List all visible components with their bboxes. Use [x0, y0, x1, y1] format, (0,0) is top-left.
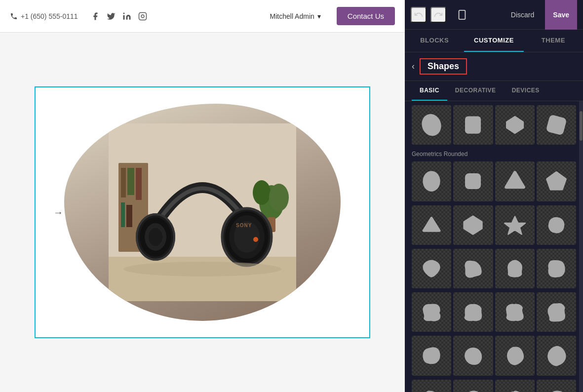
- svg-marker-37: [465, 216, 482, 234]
- instagram-icon[interactable]: [138, 12, 147, 21]
- preview-panel: +1 (650) 555-0111: [0, 0, 405, 392]
- admin-name: Mitchell Admin: [270, 12, 314, 20]
- admin-dropdown[interactable]: Mitchell Admin ▾: [270, 12, 321, 20]
- social-icons: [91, 12, 147, 21]
- svg-rect-6: [121, 168, 126, 197]
- shape-subtabs: BASIC DECORATIVE DEVICES: [405, 81, 583, 101]
- content-area: →: [0, 33, 405, 392]
- section-label: Geometrics Rounded: [405, 147, 583, 159]
- headphones-image: SONY: [36, 87, 369, 337]
- shape-item[interactable]: [453, 205, 493, 245]
- shape-item[interactable]: A: [495, 380, 535, 392]
- svg-rect-33: [545, 114, 567, 135]
- svg-rect-9: [121, 202, 125, 227]
- facebook-icon[interactable]: [91, 12, 100, 21]
- contact-button[interactable]: Contact Us: [337, 7, 395, 25]
- svg-rect-39: [547, 216, 565, 234]
- editor-panel: Discard Save BLOCKS CUSTOMIZE THEME ‹ Sh…: [405, 0, 583, 392]
- shape-item[interactable]: [412, 292, 451, 332]
- svg-rect-1: [139, 12, 146, 20]
- shape-item[interactable]: [537, 205, 576, 245]
- svg-text:SONY: SONY: [236, 223, 252, 228]
- svg-point-18: [149, 228, 162, 246]
- oval-shape: SONY: [64, 104, 341, 321]
- shapes-header: ‹ Shapes: [405, 52, 583, 81]
- svg-point-12: [253, 180, 271, 205]
- svg-rect-8: [136, 168, 142, 200]
- shape-item[interactable]: [495, 105, 535, 145]
- headphones-svg: SONY: [109, 123, 296, 301]
- shape-item[interactable]: [412, 249, 451, 288]
- shape-item[interactable]: [537, 105, 576, 145]
- shape-item[interactable]: [537, 292, 576, 332]
- shape-item[interactable]: [495, 161, 535, 201]
- shape-row-1: [405, 159, 583, 203]
- shape-item[interactable]: [537, 161, 576, 201]
- editor-tabs: BLOCKS CUSTOMIZE THEME: [405, 30, 583, 52]
- redo-button[interactable]: [430, 7, 446, 23]
- svg-point-30: [420, 113, 443, 137]
- shape-item[interactable]: [537, 249, 576, 288]
- shape-item[interactable]: [453, 380, 493, 392]
- shape-item[interactable]: [453, 336, 493, 375]
- svg-point-27: [123, 262, 281, 276]
- tab-theme[interactable]: THEME: [524, 30, 583, 52]
- shapes-title: Shapes: [420, 58, 467, 75]
- shape-row-5: [405, 334, 583, 377]
- tab-blocks[interactable]: BLOCKS: [405, 30, 464, 52]
- shape-item[interactable]: [412, 336, 451, 375]
- subtab-basic[interactable]: BASIC: [412, 81, 447, 101]
- shape-item[interactable]: [453, 249, 493, 288]
- svg-rect-7: [127, 168, 134, 195]
- shape-item[interactable]: [412, 105, 451, 145]
- shape-item[interactable]: [412, 205, 451, 245]
- editor-toolbar: Discard Save: [405, 0, 583, 30]
- shape-row-6: A A: [405, 378, 583, 392]
- device-toggle-button[interactable]: [454, 7, 470, 23]
- shapes-content[interactable]: Geometrics Rounded: [405, 101, 583, 392]
- shape-item[interactable]: [495, 292, 535, 332]
- shape-item[interactable]: [412, 161, 451, 201]
- top-bar: +1 (650) 555-0111: [0, 0, 405, 33]
- scrollbar-thumb: [580, 111, 583, 141]
- svg-point-25: [253, 237, 258, 242]
- shape-row-2: [405, 203, 583, 247]
- shape-item[interactable]: [453, 105, 493, 145]
- shape-item[interactable]: [537, 336, 576, 375]
- svg-point-34: [423, 171, 440, 192]
- shape-item[interactable]: [495, 336, 535, 375]
- headphones-wrapper: SONY: [64, 104, 341, 321]
- svg-marker-36: [547, 173, 565, 190]
- discard-button[interactable]: Discard: [506, 8, 539, 22]
- shape-item[interactable]: [453, 161, 493, 201]
- back-button[interactable]: ‹: [412, 61, 415, 72]
- tab-customize[interactable]: CUSTOMIZE: [464, 30, 523, 52]
- scrollbar-track: [579, 101, 583, 392]
- phone-section: +1 (650) 555-0111: [10, 12, 78, 20]
- svg-rect-10: [126, 205, 132, 227]
- save-button[interactable]: Save: [545, 0, 577, 30]
- svg-rect-35: [465, 173, 481, 189]
- svg-marker-38: [505, 216, 525, 234]
- svg-point-0: [123, 12, 124, 14]
- shape-item[interactable]: [495, 205, 535, 245]
- phone-icon: [10, 12, 18, 20]
- image-container[interactable]: →: [35, 86, 370, 338]
- svg-rect-31: [465, 116, 481, 133]
- linkedin-icon[interactable]: [122, 12, 131, 21]
- svg-point-13: [269, 184, 289, 211]
- shape-item[interactable]: [412, 380, 451, 392]
- shape-row-3: [405, 247, 583, 290]
- phone-number: +1 (650) 555-0111: [21, 12, 78, 20]
- shape-row-4: [405, 290, 583, 334]
- shape-item[interactable]: [495, 249, 535, 288]
- undo-button[interactable]: [411, 7, 427, 23]
- shape-item[interactable]: [453, 292, 493, 332]
- subtab-devices[interactable]: DEVICES: [504, 81, 547, 101]
- subtab-decorative[interactable]: DECORATIVE: [447, 81, 504, 101]
- dropdown-arrow: ▾: [317, 12, 321, 20]
- shape-item[interactable]: A: [537, 380, 576, 392]
- twitter-icon[interactable]: [107, 12, 116, 21]
